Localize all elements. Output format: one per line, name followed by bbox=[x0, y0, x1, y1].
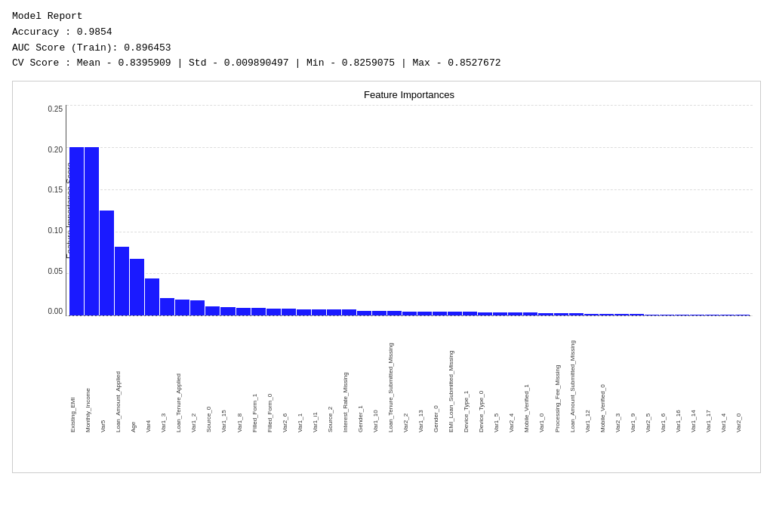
y-tick: 0.10 bbox=[40, 226, 63, 235]
x-label: Var1_8 bbox=[236, 319, 251, 432]
x-label: Var1_0 bbox=[538, 319, 553, 432]
x-label: Device_Type_0 bbox=[478, 319, 492, 432]
x-label: Var1_6 bbox=[660, 319, 674, 432]
chart-area: Feature Importance Score 0.250.200.150.1… bbox=[66, 105, 753, 316]
bar bbox=[115, 247, 129, 316]
x-label: Gender_0 bbox=[433, 319, 447, 432]
x-label: Var2_3 bbox=[614, 319, 629, 432]
bar bbox=[312, 309, 326, 315]
x-label: Var1_13 bbox=[417, 319, 432, 432]
x-label: Var1_2 bbox=[190, 319, 205, 432]
bar bbox=[690, 315, 704, 315]
bar bbox=[342, 309, 356, 315]
bar bbox=[660, 315, 674, 315]
bar bbox=[523, 312, 537, 315]
x-label: Var2_5 bbox=[645, 319, 659, 432]
cv-line: CV Score : Mean - 0.8395909 | Std - 0.00… bbox=[12, 56, 761, 72]
bar bbox=[190, 300, 205, 315]
x-label: Existing_EMI bbox=[69, 319, 84, 432]
x-label: Var4 bbox=[145, 319, 159, 432]
x-labels: Existing_EMIMonthly_IncomeVar5Loan_Amoun… bbox=[66, 319, 753, 432]
x-label: Loan_Tenure_Applied bbox=[175, 319, 189, 432]
x-label: Var2_6 bbox=[282, 319, 296, 432]
x-label: Filled_Form_0 bbox=[266, 319, 281, 432]
x-label: Var1_16 bbox=[675, 319, 689, 432]
bar bbox=[630, 314, 644, 315]
x-label: Loan_Amount_Applied bbox=[115, 319, 129, 432]
bar bbox=[282, 309, 296, 315]
bar bbox=[554, 313, 568, 315]
x-label: Var2_0 bbox=[735, 319, 750, 432]
bar bbox=[463, 312, 477, 316]
chart-title: Feature Importances bbox=[66, 89, 753, 100]
bar bbox=[251, 308, 266, 315]
x-label: Var1_15 bbox=[220, 319, 235, 432]
x-label: Var1_3 bbox=[160, 319, 174, 432]
bar bbox=[569, 313, 584, 315]
bar bbox=[205, 306, 220, 315]
chart-container: Feature Importances Feature Importance S… bbox=[12, 81, 761, 473]
y-tick: 0.15 bbox=[40, 186, 63, 194]
bar bbox=[735, 315, 750, 315]
bar bbox=[130, 259, 144, 315]
x-label: Var2_2 bbox=[402, 319, 417, 432]
bar bbox=[538, 313, 553, 315]
x-label: Var2_4 bbox=[508, 319, 522, 432]
bar bbox=[508, 312, 522, 315]
x-label: Monthly_Income bbox=[85, 319, 99, 432]
x-label: Gender_1 bbox=[357, 319, 371, 432]
x-label: Source_0 bbox=[205, 319, 220, 432]
bar bbox=[327, 309, 341, 315]
y-gridline bbox=[66, 315, 753, 316]
x-label: EMI_Loan_Submitted_Missing bbox=[448, 319, 462, 432]
y-tick: 0.00 bbox=[40, 307, 63, 315]
x-label: Processing_Fee_Missing bbox=[554, 319, 568, 432]
x-label: Var1_5 bbox=[493, 319, 507, 432]
x-label: Var1_9 bbox=[630, 319, 644, 432]
bar bbox=[705, 315, 719, 315]
bar bbox=[433, 312, 447, 316]
bar bbox=[357, 311, 371, 316]
bar bbox=[175, 300, 189, 315]
bar bbox=[266, 309, 281, 315]
bar bbox=[614, 314, 629, 315]
bar bbox=[160, 298, 174, 315]
bar bbox=[69, 147, 84, 315]
x-label: Var5 bbox=[100, 319, 114, 432]
bar bbox=[387, 311, 402, 316]
x-label: Var1_4 bbox=[720, 319, 735, 432]
bar bbox=[145, 278, 159, 315]
accuracy-line: Accuracy : 0.9854 bbox=[12, 25, 761, 41]
bar bbox=[448, 312, 462, 316]
report-header: Model Report Accuracy : 0.9854 AUC Score… bbox=[12, 9, 761, 72]
x-label: Loan_Tenure_Submitted_Missing bbox=[387, 319, 402, 432]
x-label: Loan_Amount_Submitted_Missing bbox=[569, 319, 584, 432]
x-label: Var1_i1 bbox=[312, 319, 326, 432]
x-label: Var1_14 bbox=[690, 319, 704, 432]
y-tick: 0.05 bbox=[40, 267, 63, 275]
bar bbox=[645, 315, 659, 315]
x-label: Var1_17 bbox=[705, 319, 719, 432]
report-title: Model Report bbox=[12, 9, 761, 25]
bar bbox=[85, 147, 99, 315]
bar bbox=[478, 312, 492, 315]
x-label: Mobile_Verified_0 bbox=[599, 319, 614, 432]
bar bbox=[236, 308, 251, 315]
x-label: Interest_Rate_Missing bbox=[342, 319, 356, 432]
x-label: Age bbox=[130, 319, 144, 432]
bar bbox=[100, 211, 114, 316]
bar bbox=[402, 312, 417, 316]
bar bbox=[372, 311, 386, 316]
x-label: Source_2 bbox=[327, 319, 341, 432]
bar bbox=[599, 314, 614, 315]
bar bbox=[220, 307, 235, 315]
y-ticks: 0.250.200.150.100.050.00 bbox=[40, 105, 63, 315]
x-label: Var1_12 bbox=[584, 319, 599, 432]
bar bbox=[297, 309, 311, 315]
bar bbox=[675, 315, 689, 315]
bar bbox=[493, 312, 507, 315]
y-tick: 0.20 bbox=[40, 146, 63, 154]
bar bbox=[584, 314, 599, 315]
x-label: Var1_10 bbox=[372, 319, 386, 432]
bars-wrapper bbox=[66, 105, 753, 315]
